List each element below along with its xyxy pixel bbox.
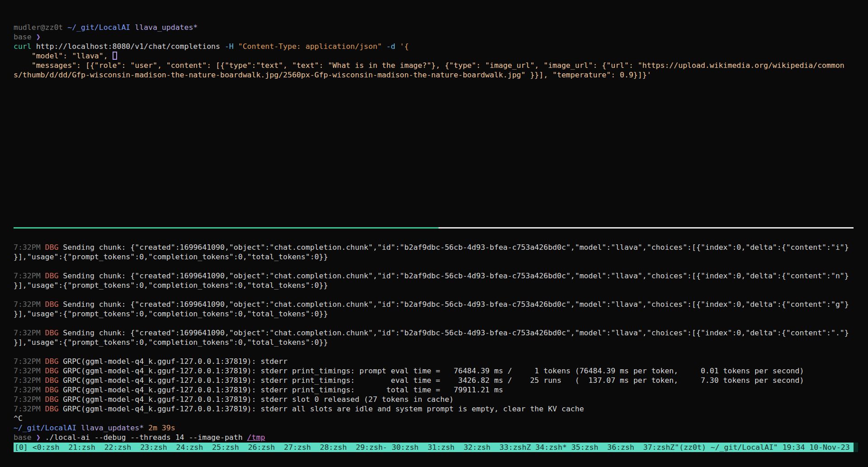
log-line: 7:32PM DBG GRPC(ggml-model-q4_k.gguf-127…: [14, 357, 849, 366]
log-line: 7:32PM DBG Sending chunk: {"created":169…: [14, 243, 849, 252]
command-body-line: "messages": [{"role": "user", "content":…: [14, 61, 844, 70]
prompt-line: mudler@zz0t ~/_git/LocalAI llava_updates…: [14, 23, 844, 32]
tmux-status-bar[interactable]: [0] <0:zsh 21:zsh 22:zsh 23:zsh 24:zsh 2…: [14, 443, 858, 452]
log-line: 7:32PM DBG GRPC(ggml-model-q4_k.gguf-127…: [14, 395, 849, 404]
tmux-pane-divider[interactable]: [14, 227, 854, 229]
log-line: }],"usage":{"prompt_tokens":0,"completio…: [14, 252, 849, 262]
log-line: }],"usage":{"prompt_tokens":0,"completio…: [14, 281, 849, 290]
log-line: 7:32PM DBG Sending chunk: {"created":169…: [14, 328, 849, 338]
log-line: }],"usage":{"prompt_tokens":0,"completio…: [14, 309, 849, 319]
blank-line: [14, 290, 849, 300]
blank-line: [14, 347, 849, 357]
blank-line: [14, 319, 849, 328]
log-line: 7:32PM DBG Sending chunk: {"created":169…: [14, 300, 849, 309]
log-line: 7:32PM DBG GRPC(ggml-model-q4_k.gguf-127…: [14, 385, 849, 395]
command-body-line: "model": "llava",: [14, 51, 844, 61]
pane-divider-active-segment: [14, 227, 439, 229]
shell-session-top-pane: mudler@zz0t ~/_git/LocalAI llava_updates…: [14, 23, 844, 80]
shell-session-bottom-pane: 7:32PM DBG Sending chunk: {"created":169…: [14, 243, 849, 442]
log-line: 7:32PM DBG GRPC(ggml-model-q4_k.gguf-127…: [14, 404, 849, 414]
terminal-screen: { "colors": { "background": "#0a0a0a", "…: [0, 0, 868, 467]
log-line: 7:32PM DBG Sending chunk: {"created":169…: [14, 271, 849, 281]
log-line: 7:32PM DBG GRPC(ggml-model-q4_k.gguf-127…: [14, 366, 849, 376]
prompt-line: base ❯: [14, 32, 844, 42]
log-line: 7:32PM DBG GRPC(ggml-model-q4_k.gguf-127…: [14, 376, 849, 385]
command-line: curl http://localhost:8080/v1/chat/compl…: [14, 42, 844, 51]
blank-line: [14, 262, 849, 271]
terminal-cursor: [113, 52, 117, 60]
tmux-window-list[interactable]: [0] <0:zsh 21:zsh 22:zsh 23:zsh 24:zsh 2…: [14, 443, 850, 452]
pane-divider-inactive-segment: [439, 227, 854, 229]
interrupt-line: ^C: [14, 414, 849, 423]
status-bar-end-block: [854, 443, 858, 452]
command-line: base ❯ ./local-ai --debug --threads 14 -…: [14, 433, 849, 442]
prompt-line: ~/_git/LocalAI llava_updates* 2m 39s: [14, 423, 849, 433]
log-line: }],"usage":{"prompt_tokens":0,"completio…: [14, 338, 849, 347]
command-body-line: s/thumb/d/dd/Gfp-wisconsin-madison-the-n…: [14, 70, 844, 80]
